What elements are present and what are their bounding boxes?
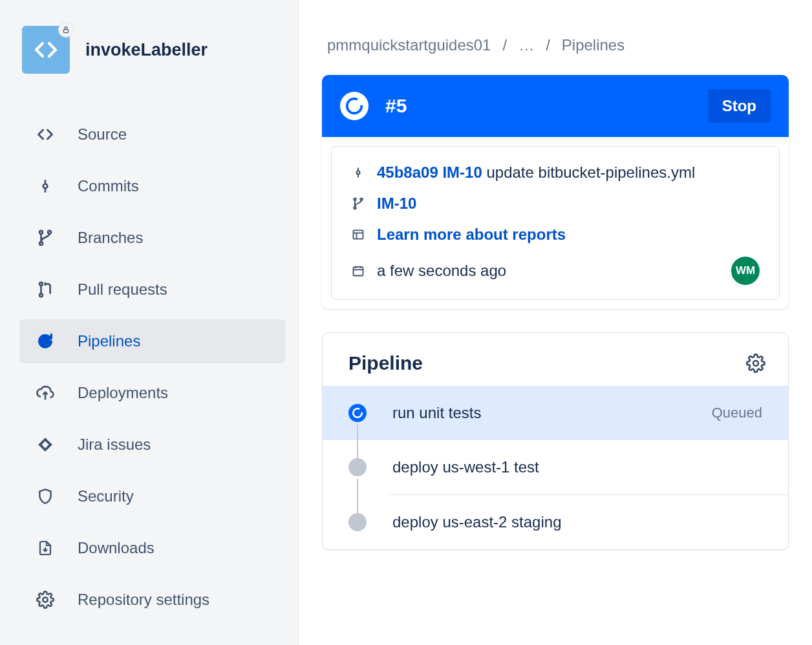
step-status-pending-icon: [348, 513, 367, 531]
sidebar-item-security[interactable]: Security: [19, 474, 285, 518]
svg-point-16: [360, 198, 362, 200]
sidebar-item-label: Pull requests: [78, 280, 167, 299]
lock-icon: [62, 26, 70, 34]
svg-point-6: [39, 242, 43, 245]
sidebar-item-source[interactable]: Source: [19, 112, 285, 156]
sidebar-item-label: Branches: [78, 229, 143, 247]
breadcrumb-root[interactable]: pmmquickstartguides01: [327, 36, 491, 54]
sidebar-item-deployments[interactable]: Deployments: [19, 371, 285, 415]
repo-header: invokeLabeller: [19, 26, 285, 74]
branch-icon: [351, 196, 365, 211]
sidebar-item-branches[interactable]: Branches: [19, 216, 285, 260]
sidebar-item-label: Security: [78, 487, 134, 505]
main-content: pmmquickstartguides01 / … / Pipelines #5…: [299, 0, 812, 645]
issue-link-inline[interactable]: IM-10: [442, 164, 482, 181]
run-header: #5 Stop: [322, 75, 789, 137]
breadcrumb-ellipsis[interactable]: …: [518, 36, 534, 54]
step-status-running-icon: [348, 404, 367, 422]
sidebar-item-downloads[interactable]: Downloads: [19, 526, 285, 570]
source-icon: [36, 125, 54, 143]
sidebar-item-label: Source: [78, 125, 127, 143]
breadcrumb-separator: /: [546, 36, 550, 54]
sidebar-item-jira-issues[interactable]: Jira issues: [19, 423, 285, 467]
download-icon: [36, 539, 54, 557]
run-status-icon: [340, 92, 369, 120]
step-label: deploy us-west-1 test: [392, 458, 762, 476]
pipeline-step[interactable]: deploy us-east-2 staging: [323, 495, 788, 549]
svg-point-15: [354, 198, 356, 200]
sidebar-item-label: Commits: [78, 177, 139, 195]
sidebar-item-label: Downloads: [78, 539, 155, 557]
sidebar-item-repository-settings[interactable]: Repository settings: [19, 578, 285, 622]
shield-icon: [36, 487, 54, 505]
branch-link[interactable]: IM-10: [377, 195, 416, 213]
step-label: deploy us-east-2 staging: [392, 513, 762, 531]
svg-point-8: [39, 293, 43, 297]
pipeline-title: Pipeline: [348, 352, 423, 374]
breadcrumb-leaf[interactable]: Pipelines: [562, 36, 625, 54]
branch-icon: [36, 229, 54, 247]
breadcrumb: pmmquickstartguides01 / … / Pipelines: [322, 36, 789, 54]
svg-point-25: [753, 361, 758, 366]
repo-name[interactable]: invokeLabeller: [85, 40, 208, 60]
sidebar-item-pipelines[interactable]: Pipelines: [19, 319, 285, 363]
run-number: #5: [385, 95, 691, 117]
reports-row: Learn more about reports: [351, 226, 760, 244]
svg-rect-21: [354, 267, 363, 275]
pipeline-step[interactable]: run unit tests Queued: [323, 386, 788, 440]
breadcrumb-separator: /: [502, 36, 507, 54]
sidebar-item-label: Jira issues: [78, 436, 151, 454]
sidebar-item-pull-requests[interactable]: Pull requests: [19, 268, 285, 312]
commit-icon: [351, 165, 365, 180]
lock-badge: [58, 22, 74, 37]
stop-button[interactable]: Stop: [708, 89, 771, 123]
reports-icon: [351, 227, 365, 242]
pipeline-steps-card: Pipeline run unit tests Queued d: [322, 332, 789, 550]
pipeline-settings-button[interactable]: [745, 353, 766, 374]
jira-icon: [36, 436, 54, 454]
sidebar: invokeLabeller Source Commits Branches: [0, 0, 299, 645]
gear-icon: [36, 591, 54, 609]
svg-rect-0: [64, 30, 69, 33]
sidebar-nav: Source Commits Branches Pull requests: [19, 112, 285, 622]
sidebar-item-label: Repository settings: [78, 591, 209, 609]
code-icon: [33, 37, 59, 63]
repo-avatar: [22, 26, 70, 74]
commit-message: update bitbucket-pipelines.yml: [486, 164, 695, 181]
calendar-icon: [351, 264, 365, 278]
commit-row: 45b8a09 IM-10 update bitbucket-pipelines…: [351, 164, 760, 182]
deployments-icon: [36, 384, 54, 402]
commit-hash-link[interactable]: 45b8a09: [377, 164, 438, 181]
step-status: Queued: [712, 405, 762, 421]
svg-rect-18: [354, 230, 363, 238]
commit-icon: [36, 177, 54, 195]
pipeline-run-card: #5 Stop 45b8a09 IM-10 update b: [322, 75, 789, 309]
step-status-pending-icon: [348, 458, 367, 476]
sidebar-item-commits[interactable]: Commits: [19, 164, 285, 208]
svg-point-11: [43, 597, 47, 602]
pipeline-step[interactable]: deploy us-west-1 test: [323, 440, 788, 494]
svg-point-7: [39, 282, 43, 286]
pull-request-icon: [36, 280, 54, 299]
svg-point-12: [357, 171, 360, 174]
reports-link[interactable]: Learn more about reports: [377, 226, 566, 244]
sidebar-item-label: Deployments: [78, 384, 168, 402]
svg-point-4: [39, 231, 43, 234]
pipelines-icon: [36, 332, 54, 350]
branch-row: IM-10: [351, 195, 760, 213]
run-time: a few seconds ago: [377, 262, 506, 280]
step-label: run unit tests: [392, 404, 686, 422]
avatar[interactable]: WM: [731, 257, 760, 285]
time-row: a few seconds ago: [351, 262, 506, 280]
sidebar-item-label: Pipelines: [78, 332, 140, 350]
svg-point-1: [43, 184, 48, 189]
svg-point-17: [354, 207, 356, 209]
svg-point-5: [48, 231, 51, 234]
